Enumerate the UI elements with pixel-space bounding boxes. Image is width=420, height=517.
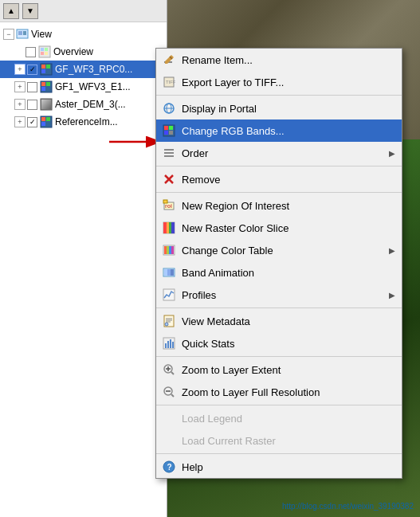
menu-item-export[interactable]: TIFF Export Layer to TIFF... [156, 71, 402, 93]
svg-rect-11 [41, 69, 45, 73]
expand-view[interactable]: − [3, 29, 14, 40]
tree-item-aster-dem[interactable]: + Aster_DEM_3(... [0, 96, 167, 113]
svg-rect-68 [170, 339, 171, 348]
tree-item-overview[interactable]: Overview [0, 43, 167, 61]
expand-aster-dem[interactable]: + [14, 99, 26, 110]
menu-item-load-raster: Load Current Raster [156, 429, 402, 452]
expand-gf1-wfv3[interactable]: + [14, 81, 26, 92]
order-label: Order [182, 147, 389, 159]
rename-label: Rename Item... [182, 54, 395, 66]
svg-rect-58 [171, 269, 174, 276]
svg-rect-38 [164, 152, 174, 154]
svg-text:?: ? [167, 463, 172, 472]
svg-rect-20 [46, 117, 50, 121]
svg-text:TIFF: TIFF [166, 80, 175, 84]
separator-4 [156, 307, 402, 308]
tree-item-reference[interactable]: + ReferenceIm... [0, 113, 167, 131]
svg-rect-9 [41, 65, 45, 69]
separator-5 [156, 356, 402, 357]
svg-rect-46 [163, 222, 167, 233]
menu-item-display-portal[interactable]: Display in Portal [156, 97, 402, 119]
svg-rect-67 [167, 341, 169, 348]
svg-rect-57 [167, 269, 171, 276]
menu-item-new-roi[interactable]: roi New Region Of Interest [156, 194, 402, 217]
remove-label: Remove [182, 174, 395, 186]
svg-rect-2 [23, 31, 26, 35]
tree-panel: ▲ ▼ − View [0, 0, 167, 517]
svg-rect-51 [164, 246, 167, 254]
menu-item-help[interactable]: ? Help [156, 456, 402, 478]
remove-icon [161, 171, 177, 187]
tree-root-view[interactable]: − View [0, 25, 167, 43]
svg-rect-48 [169, 222, 171, 233]
zoom-extent-label: Zoom to Layer Extent [182, 364, 395, 376]
tree-item-gf-wf3[interactable]: + GF_WF3_RPC0... [0, 61, 167, 78]
display-portal-label: Display in Portal [182, 103, 395, 115]
checkbox-gf1-wfv3[interactable] [27, 82, 37, 92]
svg-rect-17 [41, 100, 51, 109]
svg-rect-52 [167, 246, 169, 254]
scroll-up-button[interactable]: ▲ [3, 3, 19, 19]
context-menu: Rename Item... TIFF Export Layer to TIFF… [155, 48, 402, 479]
color-slice-icon [161, 220, 177, 236]
menu-item-rename[interactable]: Rename Item... [156, 49, 402, 71]
svg-rect-49 [171, 222, 175, 233]
layer-tree: − View Overview [0, 22, 167, 517]
scroll-down-button[interactable]: ▼ [22, 3, 38, 19]
separator-2 [156, 166, 402, 166]
menu-item-remove[interactable]: Remove [156, 168, 402, 190]
animation-icon [161, 264, 177, 280]
menu-item-profiles[interactable]: Profiles ▶ [156, 284, 402, 306]
menu-item-order[interactable]: Order ▶ [156, 142, 402, 164]
reference-label: ReferenceIm... [55, 116, 118, 127]
menu-item-band-animation[interactable]: Band Animation [156, 261, 402, 284]
portal-icon [161, 100, 177, 116]
watermark: http://blog.csdn.net/weixin_39190382 [282, 502, 414, 511]
svg-rect-59 [163, 289, 175, 300]
svg-point-64 [165, 323, 168, 326]
svg-rect-34 [169, 126, 173, 130]
checkbox-aster-dem[interactable] [27, 100, 37, 110]
quick-stats-label: Quick Stats [182, 338, 395, 350]
load-raster-label: Load Current Raster [182, 435, 395, 447]
separator-1 [156, 95, 402, 96]
export-icon: TIFF [161, 74, 177, 90]
rename-icon [161, 52, 177, 68]
separator-3 [156, 192, 402, 193]
load-legend-label: Load Legend [182, 413, 395, 425]
checkbox-gf-wf3[interactable] [27, 65, 37, 75]
svg-rect-10 [46, 65, 50, 69]
menu-item-zoom-extent[interactable]: Zoom to Layer Extent [156, 358, 402, 381]
svg-rect-6 [41, 52, 44, 55]
svg-rect-35 [164, 131, 168, 135]
gf-wf3-label: GF_WF3_RPC0... [55, 64, 132, 75]
metadata-icon [161, 313, 177, 329]
tree-item-gf1-wfv3[interactable]: + GF1_WFV3_E1... [0, 78, 167, 96]
change-rgb-label: Change RGB Bands... [182, 125, 395, 137]
expand-reference[interactable]: + [14, 116, 26, 127]
profiles-icon [161, 287, 177, 303]
menu-item-zoom-full[interactable]: Zoom to Layer Full Resolution [156, 381, 402, 403]
svg-rect-21 [41, 122, 45, 126]
checkbox-reference[interactable] [27, 117, 37, 127]
menu-item-view-metadata[interactable]: View Metadata [156, 310, 402, 332]
menu-item-change-rgb[interactable]: Change RGB Bands... [156, 119, 402, 142]
gf1-wfv3-label: GF1_WFV3_E1... [55, 81, 131, 92]
menu-item-color-slice[interactable]: New Raster Color Slice [156, 217, 402, 239]
expand-gf-wf3[interactable]: + [14, 64, 26, 75]
roi-icon: roi [161, 198, 177, 213]
svg-rect-5 [45, 48, 48, 51]
legend-icon [161, 410, 177, 426]
checkbox-overview[interactable] [26, 47, 36, 57]
menu-item-quick-stats[interactable]: Quick Stats [156, 332, 402, 354]
help-label: Help [182, 461, 395, 473]
menu-item-change-color-table[interactable]: Change Color Table ▶ [156, 239, 402, 261]
order-icon [161, 145, 177, 161]
svg-rect-56 [164, 269, 167, 276]
svg-line-71 [171, 372, 174, 374]
svg-rect-39 [164, 155, 174, 157]
new-roi-label: New Region Of Interest [182, 200, 395, 212]
svg-rect-15 [41, 87, 45, 91]
order-arrow: ▶ [389, 149, 395, 158]
view-label: View [31, 29, 52, 40]
